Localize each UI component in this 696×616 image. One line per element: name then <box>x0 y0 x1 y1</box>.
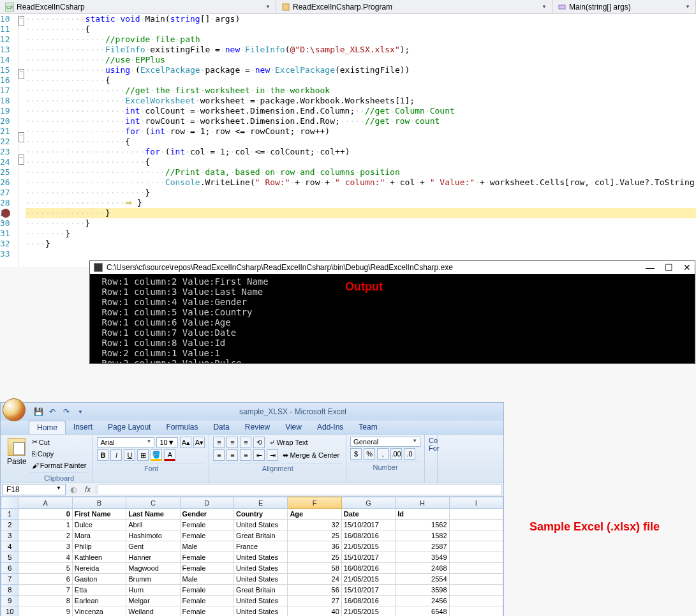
vs-nav-project[interactable]: C# ReadExcelInCsharp ▼ <box>0 0 276 13</box>
cell[interactable]: United States <box>233 563 287 574</box>
cell[interactable]: United States <box>233 606 287 617</box>
wrap-text-button[interactable]: ⤶Wrap Text <box>267 437 310 448</box>
format-painter-button[interactable]: 🖌Format Painter <box>29 460 89 470</box>
cell[interactable]: 4 <box>19 552 72 563</box>
cell[interactable]: Female <box>180 563 233 574</box>
cell[interactable]: Great Britain <box>233 530 287 541</box>
ribbon-tab-review[interactable]: Review <box>237 421 278 434</box>
align-bottom-button[interactable]: ≡ <box>240 437 251 448</box>
cell[interactable]: 16/08/2016 <box>341 563 395 574</box>
row-header-3[interactable]: 3 <box>1 530 19 541</box>
increase-decimal-button[interactable]: .00 <box>390 448 402 460</box>
worksheet-grid[interactable]: ABCDEFGHI10First NameLast NameGenderCoun… <box>1 497 503 616</box>
cell[interactable]: Kathleen <box>72 552 126 563</box>
row-header-6[interactable]: 6 <box>1 563 19 574</box>
ribbon-tab-team[interactable]: Team <box>351 421 385 434</box>
cell[interactable]: Female <box>180 606 233 617</box>
cell[interactable]: Vincenza <box>72 606 126 617</box>
cell[interactable]: 1562 <box>396 520 449 530</box>
excel-titlebar[interactable]: 💾 ↶ ↷ ▼ sample_XLSX - Microsoft Excel <box>1 403 503 421</box>
cell[interactable]: 8 <box>19 596 72 606</box>
save-icon[interactable]: 💾 <box>33 406 44 417</box>
cell[interactable]: 58 <box>288 563 341 574</box>
align-left-button[interactable]: ≡ <box>213 449 225 461</box>
cell[interactable]: 3 <box>19 541 72 552</box>
font-size-select[interactable]: 10▼ <box>156 437 178 447</box>
cell[interactable]: Magwood <box>126 563 180 574</box>
cell[interactable]: Philip <box>72 541 126 552</box>
cell[interactable]: 1 <box>19 520 72 530</box>
column-header-G[interactable]: G <box>341 497 395 509</box>
cell[interactable]: 40 <box>288 606 341 617</box>
currency-button[interactable]: $ <box>350 448 362 460</box>
cell[interactable]: 2468 <box>396 563 449 574</box>
cell[interactable]: 1582 <box>396 530 449 541</box>
cell[interactable]: Last Name <box>126 509 180 520</box>
ribbon-tab-view[interactable]: View <box>278 421 309 434</box>
font-color-button[interactable]: A <box>164 449 175 461</box>
console-titlebar[interactable]: C:\Users\ct\source\repos\ReadExcelInCsha… <box>90 261 695 274</box>
column-header-B[interactable]: B <box>72 497 126 509</box>
console-output[interactable]: Row:1 column:2 Value:First Name Row:1 co… <box>90 274 695 363</box>
align-center-button[interactable]: ≡ <box>226 449 238 461</box>
cell[interactable]: Gender <box>180 509 233 520</box>
row-header-8[interactable]: 8 <box>1 585 19 596</box>
column-header-I[interactable]: I <box>449 497 503 509</box>
increase-font-button[interactable]: A▴ <box>180 437 191 448</box>
cell[interactable]: Age <box>288 509 341 520</box>
cell[interactable]: 6 <box>19 574 72 585</box>
ribbon-tab-insert[interactable]: Insert <box>66 421 100 434</box>
cell[interactable]: 15/10/2017 <box>341 552 395 563</box>
paste-button[interactable]: Paste <box>4 437 29 482</box>
row-header-1[interactable]: 1 <box>1 509 19 520</box>
cell[interactable]: 15/10/2017 <box>341 585 395 596</box>
percent-button[interactable]: % <box>364 448 375 460</box>
cell[interactable]: Gent <box>126 541 180 552</box>
vs-nav-class[interactable]: ReadExcelInCsharp.Program ▼ <box>276 0 552 13</box>
fold-column[interactable]: −−−− <box>19 14 24 267</box>
cell[interactable]: Brumm <box>126 574 180 585</box>
undo-icon[interactable]: ↶ <box>47 406 58 417</box>
cell[interactable]: 0 <box>19 509 72 520</box>
cell[interactable]: Etta <box>72 585 126 596</box>
row-header-5[interactable]: 5 <box>1 552 19 563</box>
cell[interactable]: 32 <box>288 520 341 530</box>
cell[interactable]: Id <box>396 509 449 520</box>
cell[interactable]: 2554 <box>396 574 449 585</box>
close-button[interactable]: ✕ <box>683 262 691 273</box>
maximize-button[interactable]: ☐ <box>665 262 673 273</box>
office-button[interactable] <box>3 398 26 421</box>
cell[interactable]: France <box>233 541 287 552</box>
cell[interactable]: Female <box>180 530 233 541</box>
font-family-select[interactable]: Arial▼ <box>97 437 154 447</box>
increase-indent-button[interactable]: ⇥ <box>267 449 278 461</box>
cell[interactable]: 15/10/2017 <box>341 520 395 530</box>
cell[interactable]: Melgar <box>126 596 180 606</box>
cell[interactable]: 25 <box>288 552 341 563</box>
cell[interactable]: 7 <box>19 585 72 596</box>
ribbon-tab-add-ins[interactable]: Add-Ins <box>309 421 351 434</box>
cell[interactable]: Nereida <box>72 563 126 574</box>
cell[interactable]: 3598 <box>396 585 449 596</box>
cell[interactable]: 25 <box>288 530 341 541</box>
row-header-4[interactable]: 4 <box>1 541 19 552</box>
cell[interactable]: 56 <box>288 585 341 596</box>
cell[interactable]: Hanner <box>126 552 180 563</box>
cell[interactable]: First Name <box>72 509 126 520</box>
cell[interactable]: Female <box>180 552 233 563</box>
row-header-7[interactable]: 7 <box>1 574 19 585</box>
decrease-indent-button[interactable]: ⇤ <box>253 449 265 461</box>
fill-color-button[interactable]: 🪣 <box>151 449 162 461</box>
cell[interactable]: 2 <box>19 530 72 541</box>
cell[interactable]: 24 <box>288 574 341 585</box>
cell[interactable]: 36 <box>288 541 341 552</box>
cell[interactable]: 21/05/2015 <box>341 606 395 617</box>
name-box-expand[interactable]: ◐ <box>67 485 80 494</box>
comma-button[interactable]: , <box>377 448 389 460</box>
cell[interactable]: Female <box>180 585 233 596</box>
cell[interactable]: United States <box>233 596 287 606</box>
copy-button[interactable]: ⎘Copy <box>29 449 57 459</box>
row-header-2[interactable]: 2 <box>1 520 19 530</box>
cell[interactable]: 6548 <box>396 606 449 617</box>
cell[interactable]: Gaston <box>72 574 126 585</box>
